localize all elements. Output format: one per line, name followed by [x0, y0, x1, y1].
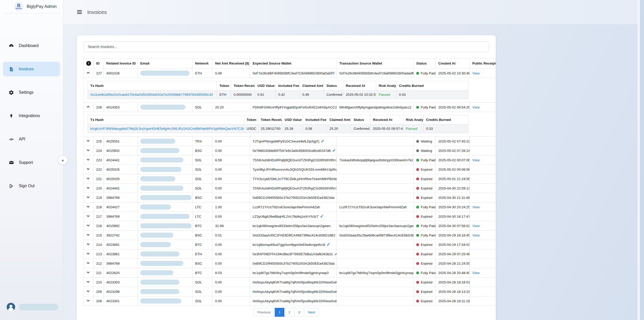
table-row: 2084023301SOL0.00HxNoycAkytq6VKTnaMg7qRA… — [84, 296, 496, 306]
token-cell: USDC — [244, 124, 258, 133]
sidebar-collapse-button[interactable]: « — [58, 155, 67, 165]
sidebar-item-label: Support — [19, 160, 33, 165]
id-cell: 213 — [94, 249, 104, 259]
expand-row-icon[interactable] — [86, 289, 90, 293]
status-badge: Fully Paid — [421, 71, 436, 75]
scrollbar-track[interactable] — [637, 0, 640, 320]
expand-row-icon[interactable] — [86, 177, 90, 180]
expected-wallet-cell: bc1q467gx7tt6r9xy7sqml3p0m9fmde5gjmlcynw… — [250, 268, 337, 278]
expand-row-icon[interactable] — [86, 233, 90, 237]
expand-row-icon[interactable] — [86, 205, 90, 209]
expected-wallet-cell: HxNoycAkytq6VKTnaMg7qRAH5jso6tsptWJ3XNxw… — [250, 287, 337, 296]
email-redacted — [140, 204, 171, 210]
email-redacted — [140, 270, 173, 275]
page-item-2[interactable]: 2 — [284, 308, 294, 317]
expand-row-icon[interactable] — [86, 186, 90, 190]
status-dot — [416, 140, 419, 143]
view-receipt-link[interactable]: View — [472, 224, 480, 228]
email-redacted — [140, 176, 175, 181]
expand-row-icon[interactable] — [86, 242, 90, 246]
email-redacted — [140, 298, 181, 303]
sidebar-item-support[interactable]: Support — [3, 155, 60, 170]
column-header: Net Amt Received ($) — [213, 58, 250, 69]
view-receipt-link[interactable]: View — [472, 158, 480, 162]
transaction-wallet-cell — [337, 165, 414, 174]
status-badge: Waiting — [421, 149, 432, 153]
email-redacted — [140, 167, 181, 172]
email-cell — [138, 155, 193, 165]
edit-wallet-icon[interactable] — [332, 149, 336, 152]
expected-wallet-cell: HxNoycAkytq6VKTnaMg7qRAH5jso6tsptWJ3XNxw… — [250, 278, 337, 287]
expand-row-icon[interactable] — [86, 158, 90, 162]
tx-hash-link[interactable]: bVgtLkVFJfWWatugafaS7Mq3L5rqYgwHGHE5efjy… — [90, 127, 244, 131]
email-cell — [138, 231, 193, 240]
expand-row-icon[interactable] — [86, 148, 90, 152]
view-receipt-link[interactable]: View — [472, 205, 480, 209]
column-header: Status — [414, 58, 436, 69]
status-dot — [416, 243, 419, 246]
view-receipt-link[interactable]: View — [472, 233, 480, 237]
sidebar-item-sign-out[interactable]: Sign Out — [3, 179, 60, 193]
email-redacted — [140, 242, 171, 247]
sidebar-item-settings[interactable]: Settings — [3, 85, 60, 100]
status-badge: Fully Paid — [421, 205, 436, 209]
related-invoice-id-cell: 4015902 — [104, 146, 138, 155]
created-at-cell: 2025-04-29 17:54:03 — [436, 240, 470, 249]
collapse-row-icon[interactable] — [86, 105, 90, 109]
expand-row-icon[interactable] — [86, 223, 90, 227]
page-item-previous[interactable]: Previous — [253, 308, 275, 317]
search-input[interactable] — [83, 41, 489, 52]
edit-wallet-icon[interactable] — [335, 252, 337, 255]
network-cell: SOL — [193, 155, 213, 165]
related-invoice-id-cell: 3984769 — [104, 259, 138, 268]
token-cell: ETH — [217, 90, 231, 99]
table-row: 2234024441SOL6.597SSKAuh8HDsRPq8j9QEGuA3… — [84, 155, 496, 165]
expected-wallet-cell: 7YX3ccybESML2cTT9CZk6LpHrnRfve7icbxHMKPB… — [250, 174, 337, 184]
page-item-3[interactable]: 3 — [294, 308, 304, 317]
view-receipt-link[interactable]: View — [472, 71, 480, 75]
expand-cell — [84, 268, 94, 278]
user-chip[interactable] — [7, 303, 58, 311]
expand-row-icon[interactable] — [86, 214, 90, 218]
network-cell: LTC — [193, 202, 213, 212]
expand-row-icon[interactable] — [86, 167, 90, 171]
net-amt-cell: 0.00 — [213, 240, 250, 249]
tx-hash-link[interactable]: 0x11eefb2d0fa10c0cae6275c6a03502904d542d… — [90, 93, 213, 97]
edit-wallet-icon[interactable] — [321, 139, 324, 143]
status-dot — [416, 106, 419, 109]
status-cell: Expired — [414, 287, 436, 296]
sidebar-item-invoices[interactable]: Invoices — [3, 62, 60, 76]
included-fee-cell: 0.08 — [303, 124, 327, 133]
expand-row-icon[interactable] — [86, 270, 90, 274]
edit-wallet-icon[interactable] — [327, 243, 330, 246]
status-cell: Expired — [414, 249, 436, 259]
sidebar-item-integrations[interactable]: Integrations — [3, 108, 60, 123]
sub-column-header: Token — [244, 115, 258, 124]
page-item-1[interactable]: 1 — [275, 308, 285, 317]
expand-row-icon[interactable] — [86, 299, 90, 302]
status-badge: Expired — [421, 168, 432, 171]
public-receipt-cell — [470, 278, 496, 287]
collapse-row-icon[interactable] — [86, 71, 90, 75]
expand-row-icon[interactable] — [86, 252, 90, 255]
view-receipt-link[interactable]: View — [472, 271, 480, 275]
expand-row-icon[interactable] — [86, 280, 90, 284]
expand-row-icon[interactable] — [86, 139, 90, 143]
email-redacted — [140, 223, 192, 228]
expand-row-icon[interactable] — [86, 261, 90, 265]
view-receipt-link[interactable]: View — [472, 105, 480, 109]
expand-row-icon[interactable] — [86, 195, 90, 199]
sidebar-item-api[interactable]: </>API — [3, 132, 60, 147]
sub-column-header: USD Value — [255, 81, 276, 90]
page-item-next[interactable]: Next — [304, 308, 319, 317]
tx-status-cell: Confirmed — [351, 124, 370, 133]
edit-wallet-icon[interactable] — [320, 215, 323, 218]
status-cell: Expired — [414, 296, 436, 306]
table-row: 2204024441SOL0.007SSKAuh8HDsRPq8j9QEGuA3… — [84, 184, 496, 193]
public-receipt-cell — [470, 287, 496, 296]
transaction-wallet-cell: 0xd333aaa35c2fae6d9ca49873f6ec414c838d18… — [337, 231, 414, 240]
menu-icon[interactable] — [77, 9, 82, 15]
sidebar-item-dashboard[interactable]: Dashboard — [3, 38, 60, 53]
expand-cell — [84, 184, 94, 193]
created-at-cell: 2025-04-29 18:18:45 — [436, 231, 470, 240]
